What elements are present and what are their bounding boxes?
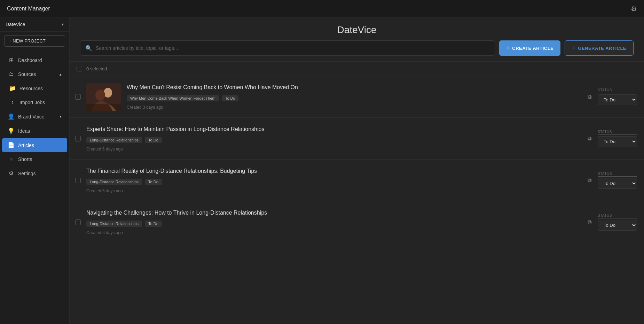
article-thumbnail <box>86 83 121 111</box>
status-select[interactable]: To DoIn ProgressDonePublished <box>598 136 637 147</box>
sidebar-label-brand-voice: Brand Voice <box>18 114 45 119</box>
generate-plus-icon: + <box>572 45 576 52</box>
article-tag: To Do <box>145 137 162 143</box>
sidebar-label-shorts: Shorts <box>18 156 32 162</box>
article-title: Why Men Can't Resist Coming Back to Wome… <box>127 84 579 91</box>
article-actions: ⧉ Status To DoIn ProgressDonePublished <box>579 160 644 201</box>
sidebar-label-articles: Articles <box>18 142 34 148</box>
sidebar-label-ideas: Ideas <box>18 128 30 134</box>
status-label: Status <box>598 88 637 93</box>
article-tag: Long-Distance Relationships <box>86 179 142 185</box>
status-select[interactable]: To DoIn ProgressDonePublished <box>598 94 637 105</box>
article-tag: To Do <box>145 179 162 185</box>
article-meta: Created 6 days ago <box>86 188 579 193</box>
sidebar-item-import-jobs[interactable]: ↕ Import Jobs <box>2 96 67 109</box>
svg-point-2 <box>95 90 105 101</box>
settings-icon: ⚙ <box>8 170 15 177</box>
article-tag: Why Men Come Back When Women Forget Them <box>127 95 219 101</box>
article-tags: Long-Distance RelationshipsTo Do <box>86 221 579 227</box>
article-checkbox[interactable] <box>75 219 81 225</box>
toolbar-row: 🔍 + CREATE ARTICLE + GENERATE ARTICLE <box>80 40 634 56</box>
new-project-button[interactable]: + NEW PROJECT <box>4 35 65 47</box>
project-name: DateVice <box>6 22 25 27</box>
article-card: Navigating the Challenges: How to Thrive… <box>70 201 644 243</box>
article-card: Why Men Can't Resist Coming Back to Wome… <box>70 76 644 117</box>
open-article-button[interactable]: ⧉ <box>586 217 594 227</box>
external-link-icon: ⧉ <box>588 136 591 141</box>
articles-list: Why Men Can't Resist Coming Back to Wome… <box>70 76 644 243</box>
app-title: Content Manager <box>7 6 50 12</box>
sidebar-item-sources[interactable]: 🗂 Sources ▴ <box>2 68 67 81</box>
create-article-button[interactable]: + CREATE ARTICLE <box>499 40 560 56</box>
sidebar-item-ideas[interactable]: 💡 Ideas <box>2 124 67 138</box>
article-title: Experts Share: How to Maintain Passion i… <box>86 125 579 133</box>
content-header: DateVice 🔍 + CREATE ARTICLE + GENERATE A… <box>70 17 644 62</box>
article-tags: Why Men Come Back When Women Forget Them… <box>127 95 579 101</box>
article-checkbox-wrap <box>70 76 86 117</box>
article-meta: Created 6 days ago <box>86 147 579 152</box>
topbar: Content Manager ⚙ <box>0 0 644 17</box>
brand-voice-icon: 👤 <box>8 113 15 120</box>
article-checkbox-wrap <box>70 201 86 243</box>
sources-icon: 🗂 <box>8 71 15 77</box>
sidebar-label-dashboard: Dashboard <box>18 57 42 63</box>
resources-icon: 📁 <box>9 85 16 92</box>
article-checkbox[interactable] <box>75 178 81 183</box>
article-tag: To Do <box>222 95 239 101</box>
article-meta: Created 6 days ago <box>86 230 579 235</box>
sidebar-item-resources[interactable]: 📁 Resources <box>2 82 67 95</box>
sidebar: DateVice ▾ + NEW PROJECT ⊞ Dashboard 🗂 S… <box>0 17 70 324</box>
article-tag: Long-Distance Relationships <box>86 221 142 227</box>
ideas-icon: 💡 <box>8 128 15 134</box>
status-wrapper: Status To DoIn ProgressDonePublished <box>598 214 637 231</box>
status-label: Status <box>598 214 637 218</box>
sidebar-label-sources: Sources <box>18 71 36 77</box>
article-title: The Financial Reality of Long-Distance R… <box>86 167 579 175</box>
import-jobs-icon: ↕ <box>9 99 16 106</box>
article-actions: ⧉ Status To DoIn ProgressDonePublished <box>579 201 644 243</box>
article-body: The Financial Reality of Long-Distance R… <box>86 162 579 199</box>
sidebar-nav: ⊞ Dashboard 🗂 Sources ▴ 📁 Resources ↕ Im… <box>0 50 69 324</box>
sidebar-label-settings: Settings <box>18 171 36 176</box>
articles-icon: 📄 <box>8 142 15 148</box>
sources-chevron-icon: ▴ <box>60 72 62 77</box>
sidebar-item-articles[interactable]: 📄 Articles <box>2 138 67 152</box>
external-link-icon: ⧉ <box>588 94 591 100</box>
generate-article-button[interactable]: + GENERATE ARTICLE <box>565 40 634 56</box>
article-body: Why Men Can't Resist Coming Back to Wome… <box>127 78 579 115</box>
article-checkbox[interactable] <box>75 94 81 100</box>
article-tags: Long-Distance RelationshipsTo Do <box>86 137 579 143</box>
open-article-button[interactable]: ⧉ <box>586 92 594 102</box>
article-title: Navigating the Challenges: How to Thrive… <box>86 209 579 217</box>
main-layout: DateVice ▾ + NEW PROJECT ⊞ Dashboard 🗂 S… <box>0 17 644 324</box>
open-article-button[interactable]: ⧉ <box>586 133 594 144</box>
open-article-button[interactable]: ⧉ <box>586 175 594 186</box>
article-tag: Long-Distance Relationships <box>86 137 142 143</box>
selection-count: 0 selected <box>86 66 107 71</box>
external-link-icon: ⧉ <box>588 219 591 225</box>
sidebar-item-shorts[interactable]: ≡ Shorts <box>2 153 67 166</box>
gear-icon[interactable]: ⚙ <box>631 5 637 13</box>
article-actions: ⧉ Status To DoIn ProgressDonePublished <box>579 118 644 159</box>
status-label: Status <box>598 172 637 177</box>
article-card: The Financial Reality of Long-Distance R… <box>70 159 644 201</box>
dashboard-icon: ⊞ <box>8 57 15 63</box>
sidebar-item-brand-voice[interactable]: 👤 Brand Voice ▾ <box>2 110 67 123</box>
article-checkbox-wrap <box>70 118 86 159</box>
select-all-checkbox[interactable] <box>77 66 82 71</box>
status-wrapper: Status To DoIn ProgressDonePublished <box>598 88 637 105</box>
article-checkbox[interactable] <box>75 136 81 141</box>
status-select[interactable]: To DoIn ProgressDonePublished <box>598 178 637 189</box>
search-input[interactable] <box>96 45 490 51</box>
svg-rect-3 <box>86 104 121 111</box>
status-label: Status <box>598 130 637 135</box>
article-meta: Created 3 days ago <box>127 105 579 110</box>
project-selector[interactable]: DateVice ▾ <box>0 17 69 32</box>
articles-container: 0 selected Why Men Can't Resist Coming B… <box>70 62 644 324</box>
sidebar-item-settings[interactable]: ⚙ Settings <box>2 167 67 180</box>
sidebar-item-dashboard[interactable]: ⊞ Dashboard <box>2 53 67 67</box>
page-title-row: DateVice <box>80 24 634 36</box>
article-checkbox-wrap <box>70 160 86 201</box>
status-select[interactable]: To DoIn ProgressDonePublished <box>598 220 637 231</box>
external-link-icon: ⧉ <box>588 177 591 183</box>
